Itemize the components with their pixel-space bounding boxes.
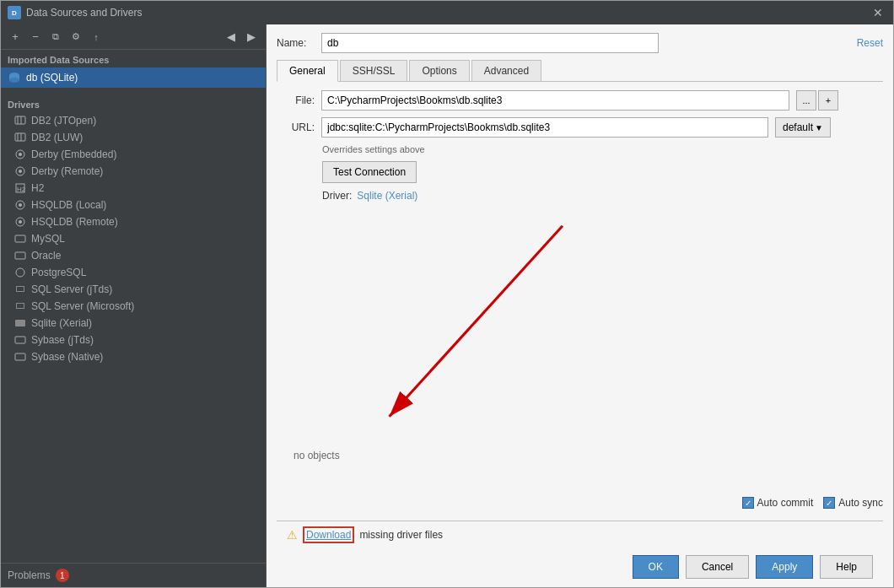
svg-point-10 [19, 153, 22, 156]
driver-link[interactable]: Sqlite (Xerial) [357, 190, 417, 202]
list-item[interactable]: DB2 (JTOpen) [1, 112, 266, 129]
tab-options[interactable]: Options [409, 60, 469, 81]
list-item[interactable]: Sybase (jTds) [1, 332, 266, 348]
name-input[interactable] [321, 33, 659, 53]
driver-icon [14, 115, 26, 127]
driver-icon [14, 216, 26, 228]
problems-badge: 1 [56, 569, 69, 582]
copy-button[interactable]: ⧉ [46, 28, 65, 46]
driver-label: Driver: [322, 190, 352, 202]
svg-line-30 [390, 226, 563, 417]
imported-sources-label: Imported Data Sources [1, 50, 266, 67]
tabs: General SSH/SSL Options Advanced [277, 60, 883, 82]
main-area: no objects ✓ Aut [277, 208, 883, 512]
apply-button[interactable]: Apply [756, 555, 813, 579]
svg-rect-26 [15, 320, 25, 326]
auto-sync-checkbox[interactable]: ✓ Auto sync [823, 497, 883, 509]
svg-point-12 [19, 170, 22, 173]
auto-commit-checkbox[interactable]: ✓ Auto commit [742, 497, 814, 509]
driver-icon [14, 148, 26, 160]
driver-icon [14, 334, 26, 346]
footer-buttons: OK Cancel Apply Help [277, 548, 883, 587]
driver-icon [14, 233, 26, 245]
list-item[interactable]: H2 H2 [1, 180, 266, 197]
help-button[interactable]: Help [820, 555, 873, 579]
driver-icon [14, 300, 26, 312]
right-panel: Name: Reset General SSH/SSL Options Adva… [267, 24, 893, 587]
list-item[interactable]: HSQLDB (Local) [1, 197, 266, 213]
driver-icon [14, 283, 26, 295]
list-item[interactable]: Sqlite (Xerial) [1, 315, 266, 332]
test-connection-button[interactable]: Test Connection [322, 161, 417, 183]
list-item[interactable]: HSQLDB (Remote) [1, 213, 266, 230]
tab-advanced[interactable]: Advanced [471, 60, 541, 81]
remove-button[interactable]: − [26, 28, 45, 46]
left-panel: + − ⧉ ⚙ ↑ ◀ ▶ [1, 24, 267, 587]
list-item[interactable]: DB2 (LUW) [1, 129, 266, 146]
svg-rect-20 [15, 252, 25, 259]
annotation-arrow [277, 208, 883, 512]
download-link[interactable]: Download [303, 526, 354, 543]
list-item[interactable]: Oracle [1, 247, 266, 264]
dropdown-arrow-icon: ▼ [815, 123, 823, 132]
app-icon: D [8, 6, 21, 19]
close-button[interactable]: ✕ [870, 4, 886, 21]
url-label: URL: [277, 121, 315, 133]
driver-icon: H2 [14, 182, 26, 194]
svg-rect-3 [15, 116, 25, 124]
left-toolbar: + − ⧉ ⚙ ↑ ◀ ▶ [1, 24, 266, 50]
url-input[interactable] [321, 117, 768, 138]
driver-row: Driver: Sqlite (Xerial) [322, 190, 883, 202]
auto-sync-check-icon: ✓ [823, 497, 835, 509]
svg-point-18 [19, 220, 22, 224]
forward-button[interactable]: ▶ [242, 28, 261, 46]
dialog: D Data Sources and Drivers ✕ + − ⧉ ⚙ [0, 0, 894, 588]
cancel-button[interactable]: Cancel [686, 555, 749, 579]
tab-ssh-ssl[interactable]: SSH/SSL [340, 60, 408, 81]
drivers-label: Drivers [1, 94, 266, 112]
list-item[interactable]: Sybase (Native) [1, 348, 266, 365]
browse-button[interactable]: ... [796, 90, 816, 111]
list-item[interactable]: PostgreSQL [1, 264, 266, 281]
reset-link[interactable]: Reset [857, 37, 883, 49]
file-input[interactable] [321, 90, 789, 111]
default-button[interactable]: default ▼ [775, 117, 831, 138]
problems-content: ⚠ Download missing driver files [277, 521, 883, 548]
name-row: Name: Reset [277, 33, 883, 53]
missing-files-text: missing driver files [359, 529, 443, 541]
list-item[interactable]: Derby (Embedded) [1, 146, 266, 163]
list-item[interactable]: Derby (Remote) [1, 163, 266, 180]
list-item[interactable]: MySQL [1, 230, 266, 247]
main-content: + − ⧉ ⚙ ↑ ◀ ▶ [1, 24, 893, 587]
warning-icon: ⚠ [287, 528, 298, 542]
db-datasource-item[interactable]: db (SQLite) [1, 67, 266, 88]
list-item[interactable]: SQL Server (Microsoft) [1, 298, 266, 315]
name-label: Name: [277, 37, 315, 49]
svg-point-16 [19, 203, 22, 207]
file-label: File: [277, 94, 315, 106]
add-file-button[interactable]: + [818, 90, 838, 111]
svg-rect-28 [15, 353, 25, 360]
add-button[interactable]: + [6, 28, 24, 46]
svg-point-2 [9, 78, 19, 83]
tab-general[interactable]: General [277, 60, 338, 82]
tab-content: File: ... + URL: default ▼ Ove [277, 82, 883, 521]
svg-point-21 [16, 268, 24, 277]
import-button[interactable]: ↑ [87, 28, 105, 46]
list-item[interactable]: SQL Server (jTds) [1, 281, 266, 298]
configure-button[interactable]: ⚙ [67, 28, 85, 46]
back-button[interactable]: ◀ [222, 28, 240, 46]
url-row: URL: default ▼ [277, 117, 883, 138]
db-icon [8, 71, 21, 84]
problems-bar: Problems 1 [1, 563, 266, 587]
driver-icon [14, 165, 26, 177]
auto-commit-check-icon: ✓ [742, 497, 754, 509]
driver-icon [14, 317, 26, 329]
auto-sync-label: Auto sync [838, 497, 883, 509]
driver-icon [14, 132, 26, 143]
ok-button[interactable]: OK [633, 555, 679, 579]
title-bar-text: Data Sources and Drivers [26, 7, 870, 19]
test-connection-row: Test Connection [277, 161, 883, 183]
problems-label: Problems [8, 569, 51, 581]
file-row: File: ... + [277, 90, 883, 111]
